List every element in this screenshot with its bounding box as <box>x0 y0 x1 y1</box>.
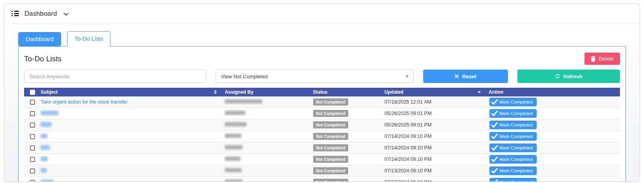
select-all-checkbox[interactable] <box>30 90 35 95</box>
mark-completed-label: Mark Completed <box>499 180 532 182</box>
table-row: Not Completed 07/13/2024 09:10 PM Mark C… <box>24 165 620 177</box>
updated-cell: 07/13/2024 09:10 PM <box>381 165 485 177</box>
chevron-down-icon[interactable] <box>63 13 69 16</box>
tab-bar: Dashboard To-Do Lists <box>18 30 626 46</box>
refresh-button[interactable]: Refresh <box>517 70 620 83</box>
row-checkbox[interactable] <box>30 168 35 174</box>
mark-completed-button[interactable]: Mark Completed <box>489 109 536 118</box>
delete-button-label: Delete <box>599 56 614 62</box>
panel-header: To-Do Lists Delete <box>24 53 620 65</box>
status-badge: Not Completed <box>313 110 349 117</box>
row-checkbox[interactable] <box>30 145 35 151</box>
row-checkbox[interactable] <box>30 180 35 182</box>
subject-link[interactable]: Take urgent action for the stock transfe… <box>41 99 128 105</box>
status-filter-select[interactable]: View Not Completed <box>216 70 414 83</box>
updated-cell: 07/18/2025 12:01 AM <box>381 96 485 108</box>
check-icon <box>491 99 498 105</box>
refresh-button-label: Refresh <box>563 74 582 79</box>
updated-cell: 07/14/2024 09:10 PM <box>381 131 485 142</box>
mark-completed-button[interactable]: Mark Completed <box>489 132 536 141</box>
assigned-by-value <box>225 122 246 126</box>
subject-link[interactable] <box>41 157 48 161</box>
row-checkbox[interactable] <box>30 134 35 139</box>
trash-icon <box>591 56 595 62</box>
tab-todo-lists[interactable]: To-Do Lists <box>67 31 111 47</box>
subject-link[interactable] <box>41 168 47 173</box>
updated-cell: 07/14/2024 09:10 PM <box>381 154 485 165</box>
mark-completed-label: Mark Completed <box>499 100 532 104</box>
check-icon <box>491 145 498 151</box>
mark-completed-button[interactable]: Mark Completed <box>489 166 536 175</box>
row-checkbox[interactable] <box>30 100 35 105</box>
mark-completed-button[interactable]: Mark Completed <box>489 143 536 152</box>
select-dropdown-arrow-icon <box>405 75 409 77</box>
content-area: Dashboard To-Do Lists To-Do Lists Delete… <box>4 24 640 181</box>
mark-completed-button[interactable]: Mark Completed <box>489 98 536 106</box>
row-checkbox[interactable] <box>30 157 35 162</box>
row-checkbox[interactable] <box>30 111 35 116</box>
mark-completed-label: Mark Completed <box>499 157 532 162</box>
table-row: Not Completed 07/14/2024 09:10 PM Mark C… <box>24 142 620 154</box>
status-badge: Not Completed <box>313 179 349 182</box>
sort-icon-subject[interactable] <box>214 90 217 94</box>
search-input[interactable] <box>24 70 206 83</box>
assigned-by-value <box>225 157 241 161</box>
table-row: Not Completed 07/14/2024 09:10 PM Mark C… <box>24 131 620 142</box>
check-icon <box>491 179 498 182</box>
page-title: Dashboard <box>24 10 57 17</box>
updated-cell: 07/13/2024 09:10 PM <box>381 177 485 182</box>
assigned-by-value <box>225 134 241 138</box>
table-row: Take urgent action for the stock transfe… <box>24 96 620 108</box>
app-card: Dashboard Dashboard To-Do Lists To-Do Li… <box>4 3 640 182</box>
col-header-action: Action <box>485 88 620 96</box>
subject-link[interactable] <box>41 122 52 127</box>
subject-link[interactable] <box>41 134 47 138</box>
table-body: Take urgent action for the stock transfe… <box>24 96 620 182</box>
updated-cell: 05/26/2025 09:01 PM <box>381 108 485 119</box>
assigned-by-value <box>225 111 245 115</box>
assigned-by-value <box>225 168 241 172</box>
updated-cell: 05/26/2025 09:01 PM <box>381 119 485 131</box>
reset-button[interactable]: Reset <box>423 70 508 83</box>
col-header-assigned-by: Assigned By <box>222 88 310 96</box>
mark-completed-label: Mark Completed <box>499 134 532 139</box>
status-badge: Not Completed <box>313 133 349 140</box>
mark-completed-label: Mark Completed <box>499 123 532 127</box>
status-filter-value: View Not Completed <box>221 74 267 79</box>
assigned-by-value <box>225 179 243 182</box>
refresh-icon <box>555 74 560 79</box>
col-header-updated[interactable]: Updated <box>381 88 485 96</box>
assigned-by-value <box>225 145 243 149</box>
mark-completed-button[interactable]: Mark Completed <box>489 178 536 182</box>
col-header-updated-label: Updated <box>385 89 403 95</box>
subject-link[interactable] <box>41 179 54 182</box>
status-badge: Not Completed <box>313 167 349 174</box>
todo-table: Subject Assigned By Status Updated <box>24 88 620 182</box>
reset-button-label: Reset <box>462 74 476 79</box>
table-row: Not Completed 05/26/2025 09:01 PM Mark C… <box>24 108 620 119</box>
col-header-subject-label: Subject <box>41 89 58 95</box>
assigned-by-value <box>225 99 262 104</box>
mark-completed-label: Mark Completed <box>499 145 532 150</box>
delete-button[interactable]: Delete <box>584 53 620 65</box>
check-icon <box>491 122 498 128</box>
list-menu-icon[interactable] <box>11 10 19 17</box>
x-icon <box>455 74 459 78</box>
panel-title: To-Do Lists <box>24 55 62 63</box>
table-row: Not Completed 05/26/2025 09:01 PM Mark C… <box>24 119 620 131</box>
status-badge: Not Completed <box>313 121 349 128</box>
status-badge: Not Completed <box>313 156 349 163</box>
table-row: Not Completed 07/13/2024 09:10 PM Mark C… <box>24 177 620 182</box>
mark-completed-button[interactable]: Mark Completed <box>489 155 536 164</box>
subject-link[interactable] <box>41 145 50 150</box>
tab-dashboard[interactable]: Dashboard <box>18 32 61 46</box>
sort-desc-icon-updated[interactable] <box>478 91 481 93</box>
check-icon <box>491 168 498 174</box>
col-header-status: Status <box>310 88 381 96</box>
col-header-subject[interactable]: Subject <box>37 88 222 96</box>
updated-cell: 07/14/2024 09:10 PM <box>381 142 485 154</box>
mark-completed-button[interactable]: Mark Completed <box>489 121 536 129</box>
subject-link[interactable] <box>41 111 58 115</box>
check-icon <box>491 157 498 162</box>
row-checkbox[interactable] <box>30 123 35 128</box>
